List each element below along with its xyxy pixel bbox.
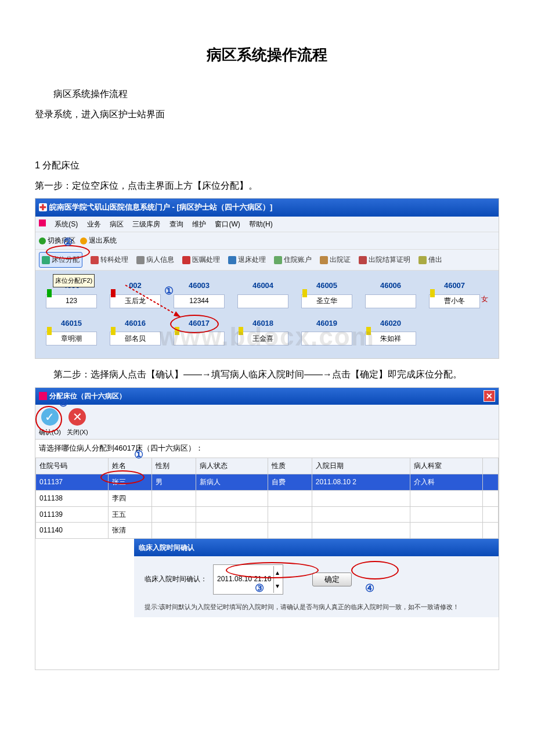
- table-cell: [196, 506, 268, 523]
- table-cell: 011137: [36, 474, 109, 490]
- transfer-label: 转科处理: [100, 253, 128, 267]
- confirm-icon: [41, 408, 59, 426]
- time-confirm-dialog: 临床入院时间确认 临床入院时间确认： 2011.08.10 21:16 ▴▾ 确…: [134, 539, 499, 617]
- table-cell: 011138: [36, 490, 109, 506]
- patient-table[interactable]: 住院号码 姓名 性别 病人状态 性质 入院日期 病人科室 011137张三男新病…: [35, 458, 499, 539]
- bed-row: 4600123002玉后龙46003123444600446005圣立华4600…: [41, 279, 493, 308]
- bed-patient-name: 玉后龙: [110, 294, 161, 308]
- window-title-text: 皖南医学院弋矶山医院信息系统门户 - [病区护士站（四十六病区）]: [49, 200, 272, 215]
- bed-assign-label: 床位分配: [52, 253, 80, 267]
- bed-cell[interactable]: 46015章明潮: [46, 316, 97, 346]
- col-sex: 性别: [152, 458, 196, 474]
- para-section-1: 1 分配床位: [35, 157, 499, 174]
- table-cell: [410, 490, 483, 506]
- bed-cell[interactable]: 002玉后龙: [110, 279, 161, 308]
- bed-number: 002: [110, 279, 161, 293]
- bed-cell[interactable]: 46005圣立华: [301, 279, 352, 308]
- menu-query[interactable]: 查询: [169, 220, 183, 228]
- menu-stock[interactable]: 三级库房: [132, 220, 160, 228]
- order-icon: [182, 256, 190, 264]
- bed-status-tag: [430, 289, 435, 297]
- cancel-button[interactable]: 关闭(X): [67, 408, 88, 438]
- patient-info-button[interactable]: 病人信息: [136, 253, 174, 267]
- confirm-button[interactable]: 确认(O): [39, 408, 61, 438]
- bill-cert-button[interactable]: 出院结算证明: [359, 253, 410, 267]
- table-cell: [410, 523, 483, 539]
- table-cell: [312, 490, 410, 506]
- table-header-row: 住院号码 姓名 性别 病人状态 性质 入院日期 病人科室: [36, 458, 499, 474]
- ok-button[interactable]: 确定: [312, 573, 352, 586]
- menu-ward[interactable]: 病区: [110, 220, 124, 228]
- table-cell: 李四: [108, 490, 152, 506]
- bed-status-tag: [111, 289, 116, 297]
- bed-cell[interactable]: 46007曹小冬女: [429, 279, 480, 308]
- bed-assign-button[interactable]: 床位分配: [39, 252, 82, 268]
- col-name: 姓名: [108, 458, 152, 474]
- time-input-value: 2011.08.10 21:16: [217, 573, 271, 586]
- bed-status-tag: [47, 327, 52, 335]
- bed-cell[interactable]: 4600312344: [174, 279, 225, 308]
- order-button[interactable]: 医嘱处理: [182, 253, 220, 267]
- bed-number: 46015: [46, 316, 97, 331]
- bed-cell[interactable]: 46006: [365, 279, 416, 308]
- bed-gender: 女: [481, 293, 488, 306]
- switch-icon: [39, 237, 46, 244]
- bed-patient-name: 曹小冬: [429, 294, 480, 308]
- order-label: 医嘱处理: [192, 253, 220, 267]
- table-row[interactable]: 011139王五: [36, 506, 499, 523]
- bed-status-tag: [111, 327, 116, 335]
- app-icon: ✚: [39, 203, 47, 211]
- para-intro-1: 病区系统操作流程: [35, 85, 499, 103]
- bed-status-tag: [47, 289, 52, 297]
- spinner-icon[interactable]: ▴▾: [273, 566, 279, 593]
- account-icon: [274, 256, 282, 264]
- table-cell: 011139: [36, 506, 109, 523]
- table-row[interactable]: 011137张三男新病人自费2011.08.10 2介入科: [36, 474, 499, 490]
- table-cell: 介入科: [410, 474, 483, 490]
- menu-help[interactable]: 帮助(H): [249, 220, 273, 228]
- table-cell: 011140: [36, 523, 109, 539]
- transfer-button[interactable]: 转科处理: [91, 253, 128, 267]
- table-cell: 新病人: [196, 474, 268, 490]
- bed-assign-icon: [42, 256, 50, 264]
- table-cell: 男: [152, 474, 196, 490]
- table-row[interactable]: 011140张清: [36, 523, 499, 539]
- para-step-1: 第一步：定位空床位，点击主界面上方【床位分配】。: [35, 177, 499, 195]
- col-id: 住院号码: [36, 458, 109, 474]
- exit-system-button[interactable]: 退出系统: [80, 234, 117, 247]
- borrow-button[interactable]: 借出: [418, 253, 442, 267]
- menu-bar[interactable]: 系统(S) 业务 病区 三级库房 查询 维护 窗口(W) 帮助(H): [35, 217, 499, 233]
- table-cell: [152, 506, 196, 523]
- menu-system[interactable]: 系统(S): [55, 220, 78, 228]
- switch-ward-button[interactable]: 切换病区: [39, 234, 75, 247]
- bed-number: 46006: [365, 279, 416, 293]
- table-cell: [483, 474, 499, 490]
- account-label: 住院账户: [284, 253, 312, 267]
- watermark: www.bdocx.com: [159, 312, 375, 361]
- menu-window[interactable]: 窗口(W): [215, 220, 240, 228]
- col-type: 性质: [268, 458, 312, 474]
- account-button[interactable]: 住院账户: [274, 253, 312, 267]
- para-step-2: 第二步：选择病人点击【确认】——→填写病人临床入院时间——→点击【确定】即完成床…: [35, 366, 499, 383]
- menu-business[interactable]: 业务: [87, 220, 101, 228]
- bed-cell[interactable]: 46016邵名贝: [110, 316, 161, 346]
- table-row[interactable]: 011138李四: [36, 490, 499, 506]
- menu-maintain[interactable]: 维护: [192, 220, 206, 228]
- discharge-cert-button[interactable]: 出院证: [320, 253, 351, 267]
- table-cell: [483, 506, 499, 523]
- bed-number: 46003: [174, 279, 225, 293]
- time-input[interactable]: 2011.08.10 21:16 ▴▾: [213, 564, 283, 595]
- bed-cell[interactable]: 46004: [237, 279, 288, 308]
- table-cell: [483, 523, 499, 539]
- discharge-bed-button[interactable]: 退床处理: [228, 253, 266, 267]
- close-icon[interactable]: ✕: [484, 390, 495, 402]
- cancel-label: 关闭(X): [67, 426, 88, 438]
- bed-number: 46005: [301, 279, 352, 293]
- patient-info-label: 病人信息: [146, 253, 174, 267]
- patient-info-icon: [136, 256, 145, 264]
- table-cell: [312, 523, 410, 539]
- table-cell: [152, 490, 196, 506]
- time-label: 临床入院时间确认：: [145, 573, 207, 586]
- borrow-label: 借出: [428, 253, 442, 267]
- dialog-title-text: 分配床位（四十六病区）: [49, 390, 126, 403]
